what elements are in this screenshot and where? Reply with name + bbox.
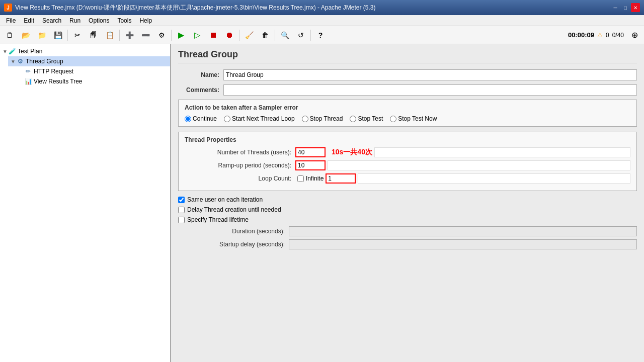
startup-delay-row: Startup delay (seconds): [178,239,637,249]
open-button[interactable]: 📂 [18,28,33,42]
menu-item-edit[interactable]: Edit [20,15,38,26]
duration-label: Duration (seconds): [178,228,289,235]
timer-display: 00:00:09 [568,31,594,39]
minimize-button[interactable]: ─ [611,3,620,12]
menu-item-options[interactable]: Options [85,15,113,26]
radio-stop-thread[interactable]: Stop Thread [302,115,343,122]
tree-panel: ▼ 🧪 Test Plan ▼ ⚙ Thread Group ✏ HTTP Re… [0,44,171,362]
expand-button[interactable]: ➕ [122,28,137,42]
same-user-row: Same user on each iteration [178,196,637,203]
collapse-button[interactable]: ➖ [138,28,153,42]
radio-stop-test-now-input[interactable] [390,116,396,122]
sep4 [239,30,239,41]
titlebar: J View Results Tree.jmx (D:\woniu-课件\阶段四… [0,0,644,15]
radio-stop-test[interactable]: Stop Test [350,115,383,122]
viewresults-icon: 📊 [24,77,32,85]
name-input[interactable] [223,69,637,80]
delay-thread-label: Delay Thread creation until needed [187,206,281,213]
tree-item-httprequest[interactable]: ✏ HTTP Request [16,66,170,76]
same-user-checkbox[interactable] [178,197,185,203]
name-row: Name: [178,69,637,80]
radio-stop-thread-label: Stop Thread [310,115,343,122]
close-file-button[interactable]: 📁 [34,28,49,42]
radio-continue[interactable]: Continue [185,115,217,122]
shutdown-button[interactable]: ⏺ [222,28,237,42]
specify-lifetime-row: Specify Thread lifetime [178,216,637,223]
clear-button[interactable]: 🧹 [242,28,257,42]
testplan-icon: 🧪 [8,47,16,55]
toolbar: 🗒 📂 📁 💾 ✂ 🗐 📋 ➕ ➖ ⚙ ▶ ▷ ⏹ ⏺ 🧹 🗑 🔍 ↺ ? 00… [0,26,644,44]
radio-start-next-loop-input[interactable] [224,116,230,122]
save-button[interactable]: 💾 [50,28,65,42]
radio-stop-test-input[interactable] [350,116,356,122]
main-layout: ▼ 🧪 Test Plan ▼ ⚙ Thread Group ✏ HTTP Re… [0,44,644,362]
tree-item-viewresults[interactable]: 📊 View Results Tree [16,76,170,86]
radio-stop-test-now[interactable]: Stop Test Now [390,115,437,122]
tree-item-threadgroup[interactable]: ▼ ⚙ Thread Group [8,56,170,66]
start-no-pause-button[interactable]: ▷ [190,28,205,42]
loop-input[interactable] [326,173,356,184]
reset-gui-button[interactable]: ↺ [293,28,308,42]
testplan-label: Test Plan [18,48,42,55]
delay-thread-row: Delay Thread creation until needed [178,206,637,213]
error-action-section: Action to be taken after a Sampler error… [178,100,637,127]
rampup-label: Ramp-up period (seconds): [185,162,295,169]
tree-item-testplan[interactable]: ▼ 🧪 Test Plan [0,46,170,56]
comments-label: Comments: [178,86,223,94]
radio-start-next-loop-label: Start Next Thread Loop [232,115,295,122]
remote-button[interactable]: ⚙ [154,28,169,42]
loop-row: Loop Count: Infinite [185,173,630,184]
content-panel: Thread Group Name: Comments: Action to b… [171,44,644,362]
cut-button[interactable]: ✂ [70,28,85,42]
viewresults-label: View Results Tree [34,78,83,85]
expand-all-button[interactable]: ⊕ [627,28,642,42]
sep3 [171,30,172,41]
stop-button[interactable]: ⏹ [206,28,221,42]
threads-input[interactable] [295,147,326,157]
threadgroup-icon: ⚙ [16,57,24,65]
threads-extra-bar [374,147,630,157]
infinite-checkbox[interactable] [297,175,304,182]
start-button[interactable]: ▶ [174,28,189,42]
menu-item-tools[interactable]: Tools [113,15,135,26]
startup-delay-input[interactable] [289,239,637,249]
new-button[interactable]: 🗒 [2,28,17,42]
radio-start-next-loop[interactable]: Start Next Thread Loop [224,115,295,122]
specify-lifetime-checkbox[interactable] [178,217,185,223]
threads-row: Number of Threads (users): 10s一共40次 [185,147,630,157]
radio-stop-test-now-label: Stop Test Now [398,115,437,122]
duration-input[interactable] [289,226,637,236]
thread-properties-section: Thread Properties Number of Threads (use… [178,132,637,191]
copy-button[interactable]: 🗐 [86,28,101,42]
search-tree-button[interactable]: 🔍 [277,28,292,42]
same-user-label: Same user on each iteration [187,196,263,203]
sep5 [275,30,275,41]
loop-label: Loop Count: [185,175,295,182]
help-button[interactable]: ? [313,28,328,42]
menu-item-search[interactable]: Search [38,15,65,26]
sep2 [119,30,120,41]
paste-button[interactable]: 📋 [102,28,117,42]
error-action-title: Action to be taken after a Sampler error [185,104,630,111]
delay-thread-checkbox[interactable] [178,207,185,213]
duration-row: Duration (seconds): [178,226,637,236]
menubar: FileEditSearchRunOptionsToolsHelp [0,15,644,26]
warning-icon: ⚠ [597,32,603,39]
menu-item-help[interactable]: Help [135,15,156,26]
radio-stop-test-label: Stop Test [358,115,383,122]
comments-input[interactable] [223,84,637,96]
close-button[interactable]: ✕ [631,3,640,12]
clear-all-button[interactable]: 🗑 [258,28,273,42]
menu-item-run[interactable]: Run [65,15,85,26]
threads-label: Number of Threads (users): [185,149,295,156]
radio-stop-thread-input[interactable] [302,116,308,122]
rampup-input[interactable] [295,160,326,170]
menu-item-file[interactable]: File [2,15,20,26]
window-title: View Results Tree.jmx (D:\woniu-课件\阶段四\j… [15,4,611,12]
toolbar-right: 00:00:09 ⚠ 0 0/40 ⊕ [568,28,642,42]
expand-arrow: ▼ [2,49,8,54]
maximize-button[interactable]: □ [621,3,630,12]
radio-continue-input[interactable] [185,116,191,122]
window-controls: ─ □ ✕ [611,3,640,12]
loop-extra-bar [358,173,630,184]
